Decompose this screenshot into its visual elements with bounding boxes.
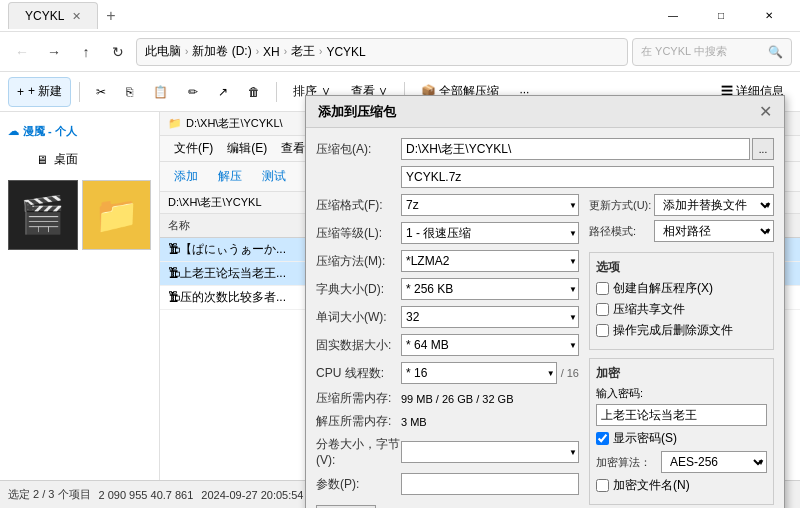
update-select[interactable]: 添加并替换文件 [654, 194, 774, 216]
share-checkbox[interactable] [596, 303, 609, 316]
param-input[interactable] [401, 473, 579, 495]
cpu-row: CPU 线程数: * 16 ▼ / 16 [316, 362, 579, 384]
algo-row: 加密算法： AES-256 ▼ [596, 451, 767, 473]
update-row: 更新方式(U): 添加并替换文件 ▼ [589, 194, 774, 216]
archive-label: 压缩包(A): [316, 141, 401, 158]
solid-row: 固实数据大小: * 64 MB ▼ [316, 334, 579, 356]
encrypt-input-label: 输入密码: [596, 386, 767, 401]
split-select-wrap: ▼ [401, 441, 579, 463]
dialog-columns: 压缩格式(F): 7z ▼ 压缩等级(L): 1 - 很速压缩 [316, 194, 774, 508]
method-label: 压缩方法(M): [316, 253, 401, 270]
sfx-checkbox-row: 创建自解压程序(X) [596, 280, 767, 297]
level-select[interactable]: 1 - 很速压缩 [401, 222, 579, 244]
delete-checkbox-row: 操作完成后删除源文件 [596, 322, 767, 339]
format-label: 压缩格式(F): [316, 197, 401, 214]
dict-label: 字典大小(D): [316, 281, 401, 298]
sfx-checkbox[interactable] [596, 282, 609, 295]
archive-name-row [316, 166, 774, 188]
mem-compress-row: 压缩所需内存: 99 MB / 26 GB / 32 GB [316, 390, 579, 407]
delete-label: 操作完成后删除源文件 [613, 322, 733, 339]
algo-label: 加密算法： [596, 455, 661, 470]
encrypt-title: 加密 [596, 365, 767, 382]
encrypt-names-row: 加密文件名(N) [596, 477, 767, 494]
update-label: 更新方式(U): [589, 198, 654, 213]
show-password-row: 显示密码(S) [596, 430, 767, 447]
path-mode-label: 路径模式: [589, 224, 654, 239]
dict-select-wrap: * 256 KB ▼ [401, 278, 579, 300]
cpu-label: CPU 线程数: [316, 365, 401, 382]
show-password-checkbox[interactable] [596, 432, 609, 445]
encrypt-section: 加密 输入密码: 显示密码(S) 加密算法： AES-256 [589, 358, 774, 505]
method-row: 压缩方法(M): *LZMA2 ▼ [316, 250, 579, 272]
cpu-total: / 16 [561, 367, 579, 379]
word-select-wrap: 32 ▼ [401, 306, 579, 328]
archive-path-row: 压缩包(A): ... [316, 138, 774, 160]
dialog-close-button[interactable]: ✕ [759, 102, 772, 121]
format-select[interactable]: 7z [401, 194, 579, 216]
cpu-select-wrap: * 16 ▼ [401, 362, 557, 384]
update-select-wrap: 添加并替换文件 ▼ [654, 194, 774, 216]
path-mode-row: 路径模式: 相对路径 ▼ [589, 220, 774, 242]
level-select-wrap: 1 - 很速压缩 ▼ [401, 222, 579, 244]
split-label: 分卷大小，字节(V): [316, 436, 401, 467]
mem-decompress-row: 解压所需内存: 3 MB [316, 413, 579, 430]
cpu-select[interactable]: * 16 [401, 362, 557, 384]
archive-path-input[interactable] [401, 138, 750, 160]
method-select[interactable]: *LZMA2 [401, 250, 579, 272]
archive-name-input[interactable] [401, 166, 774, 188]
solid-select[interactable]: * 64 MB [401, 334, 579, 356]
mem-compress-label: 压缩所需内存: [316, 390, 401, 407]
options-title: 选项 [596, 259, 767, 276]
word-row: 单词大小(W): 32 ▼ [316, 306, 579, 328]
show-password-label: 显示密码(S) [613, 430, 677, 447]
param-row: 参数(P): [316, 473, 579, 495]
dict-row: 字典大小(D): * 256 KB ▼ [316, 278, 579, 300]
options-section: 选项 创建自解压程序(X) 压缩共享文件 操作完成后删除源文件 [589, 252, 774, 350]
dict-select[interactable]: * 256 KB [401, 278, 579, 300]
format-row: 压缩格式(F): 7z ▼ [316, 194, 579, 216]
solid-label: 固实数据大小: [316, 337, 401, 354]
dialog-right-column: 更新方式(U): 添加并替换文件 ▼ 路径模式: [589, 194, 774, 508]
word-select[interactable]: 32 [401, 306, 579, 328]
dialog-overlay: 添加到压缩包 ✕ 压缩包(A): ... [0, 0, 800, 508]
mem-decompress-value: 3 MB [401, 416, 427, 428]
mem-compress-value: 99 MB / 26 GB / 32 GB [401, 393, 514, 405]
dialog-left-column: 压缩格式(F): 7z ▼ 压缩等级(L): 1 - 很速压缩 [316, 194, 579, 508]
dialog-title-text: 添加到压缩包 [318, 103, 396, 121]
encrypt-names-label: 加密文件名(N) [613, 477, 690, 494]
dialog-title-bar: 添加到压缩包 ✕ [306, 96, 784, 128]
param-label: 参数(P): [316, 476, 401, 493]
browse-button[interactable]: ... [752, 138, 774, 160]
path-mode-select-wrap: 相对路径 ▼ [654, 220, 774, 242]
encrypt-names-checkbox[interactable] [596, 479, 609, 492]
dialog-body: 压缩包(A): ... 压缩格式(F): [306, 128, 784, 508]
path-mode-select[interactable]: 相对路径 [654, 220, 774, 242]
sfx-label: 创建自解压程序(X) [613, 280, 713, 297]
mem-decompress-label: 解压所需内存: [316, 413, 401, 430]
share-label: 压缩共享文件 [613, 301, 685, 318]
level-row: 压缩等级(L): 1 - 很速压缩 ▼ [316, 222, 579, 244]
encrypt-password-input[interactable] [596, 404, 767, 426]
algo-select-wrap: AES-256 ▼ [661, 451, 767, 473]
delete-checkbox[interactable] [596, 324, 609, 337]
word-label: 单词大小(W): [316, 309, 401, 326]
share-checkbox-row: 压缩共享文件 [596, 301, 767, 318]
level-label: 压缩等级(L): [316, 225, 401, 242]
split-row: 分卷大小，字节(V): ▼ [316, 436, 579, 467]
format-select-wrap: 7z ▼ [401, 194, 579, 216]
algo-select[interactable]: AES-256 [661, 451, 767, 473]
method-select-wrap: *LZMA2 ▼ [401, 250, 579, 272]
solid-select-wrap: * 64 MB ▼ [401, 334, 579, 356]
split-select[interactable] [401, 441, 579, 463]
add-archive-dialog: 添加到压缩包 ✕ 压缩包(A): ... [305, 95, 785, 508]
